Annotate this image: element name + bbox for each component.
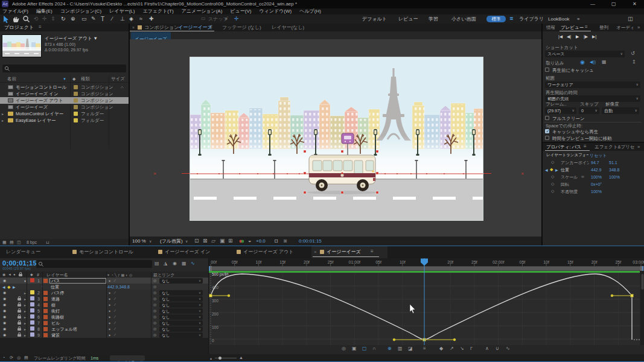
cache-before-checkbox[interactable] — [545, 68, 549, 72]
reset-shortcut-icon[interactable]: ↺ — [631, 51, 635, 56]
stopwatch-icon[interactable]: ◇ — [551, 160, 554, 164]
shortcut-dropdown[interactable]: スペース∨ — [545, 51, 625, 57]
shared-view-icon[interactable]: ⌖ — [225, 16, 228, 22]
orbit-camera-tool[interactable]: ⟲ — [34, 16, 39, 22]
layer-name[interactable]: 背景 — [51, 333, 60, 337]
viewer-tab-footage[interactable]: フッテージ (なし) — [222, 25, 261, 30]
reset-time-checkbox[interactable] — [545, 136, 549, 140]
current-timecode[interactable]: 0;00;01;15 — [2, 259, 37, 267]
view-layout-icon[interactable]: ⊞ — [228, 238, 233, 244]
prop-rotation-label[interactable]: 回転 — [561, 182, 569, 186]
composition-flowchart-icon[interactable]: ▤ — [155, 261, 159, 266]
wave-icon[interactable]: ∿ — [506, 346, 510, 351]
column-name[interactable]: 名前 — [7, 77, 16, 81]
new-folder-icon[interactable]: ▤ — [10, 240, 14, 244]
item-name[interactable]: MotionControl レイヤー — [16, 112, 63, 116]
pick-whip-icon[interactable]: ◎ — [153, 315, 156, 319]
label-color[interactable] — [74, 112, 78, 116]
stopwatch-icon[interactable]: ◇ — [551, 174, 554, 179]
lock-icon[interactable] — [18, 316, 21, 319]
eye-icon[interactable]: ◉ — [3, 303, 6, 306]
timeline-search-box[interactable] — [36, 260, 152, 268]
pick-whip-icon[interactable]: ◎ — [153, 333, 156, 337]
prop-opacity-label[interactable]: 不透明度 — [561, 189, 578, 194]
parent-dropdown[interactable]: なし∨ — [159, 320, 203, 326]
lock-icon[interactable] — [18, 334, 21, 337]
layer-name[interactable]: ビル — [51, 321, 60, 325]
column-size[interactable]: サイズ — [111, 77, 125, 81]
graph-editor-canvas[interactable]: 00f 05f 10f 15f 20f 25f 01:00f 05f 10f 2… — [209, 258, 644, 354]
prop-scale-label[interactable]: スケール — [561, 175, 578, 179]
project-row-easyease[interactable]: イージーイーズ コンポジション — [0, 104, 129, 110]
tab-comp-motioncontrol[interactable]: モーションコントロール — [79, 250, 133, 255]
new-composition-icon[interactable]: ◫ — [17, 240, 21, 244]
expand-arrow-icon[interactable]: ▸ — [24, 321, 26, 325]
graph-editor-icon[interactable]: ∿ — [191, 261, 195, 266]
panel-layout-icon[interactable]: ◫ — [628, 16, 633, 22]
prop-scale-y[interactable]: 100% — [609, 175, 620, 179]
snap-checkbox[interactable]: ▭ — [201, 16, 206, 21]
close-tab-icon[interactable]: × — [314, 250, 317, 255]
motion-blur-icon[interactable]: ✛ — [234, 16, 239, 22]
tab-info[interactable]: 情報 — [546, 25, 555, 30]
resolution-label[interactable]: (フル画質) — [160, 239, 183, 244]
item-name[interactable]: イージーイーズ イン — [16, 92, 59, 97]
menu-file[interactable]: ファイル(F) — [2, 9, 28, 14]
parent-dropdown[interactable]: なし∨ — [159, 332, 203, 338]
quality-switch[interactable]: ✦ — [108, 315, 111, 319]
stopwatch-icon[interactable]: ◇ — [551, 182, 554, 186]
eye-icon[interactable]: ◉ — [3, 321, 6, 325]
edit-selected-keyframes-icon[interactable]: ◆ — [439, 346, 443, 351]
project-search-box[interactable] — [2, 65, 126, 72]
include-audio-icon[interactable]: ◀)) — [590, 60, 596, 64]
layer-label-color[interactable] — [30, 320, 34, 325]
pick-whip-icon[interactable]: ◎ — [153, 291, 156, 294]
graph-type-icon[interactable]: ◎ — [342, 346, 346, 351]
parent-dropdown[interactable]: なし∨ — [159, 308, 203, 314]
layer-label-color[interactable] — [30, 326, 34, 331]
expand-arrow-icon[interactable]: ▸ — [24, 303, 26, 307]
quality-switch[interactable]: ✦ — [108, 291, 111, 295]
panel-menu-icon[interactable]: ≡ — [209, 25, 212, 30]
layer-row-road[interactable]: ◉ ▸ 3 道路 ✦ ∕ ◎ なし∨ — [0, 296, 208, 302]
share-preview-icon[interactable]: ↥ — [632, 60, 636, 65]
workspace-default[interactable]: デフォルト — [362, 17, 387, 22]
eye-icon[interactable]: ◉ — [3, 297, 6, 300]
resolution-dropdown[interactable]: 自動∨ — [602, 107, 639, 114]
reset-button[interactable]: リセット — [590, 153, 607, 157]
prev-keyframe-icon[interactable]: ◀ — [545, 168, 548, 172]
zoom-in-mountain-icon[interactable]: ▲ — [239, 355, 243, 360]
include-overlays-icon[interactable]: ▦ — [602, 60, 607, 65]
effects-switch[interactable]: ∕ — [115, 279, 115, 282]
lock-icon[interactable] — [18, 328, 21, 331]
prev-keyframe-icon[interactable]: ◀ — [2, 285, 5, 289]
workspace-small-screen[interactable]: 小さい画面 — [451, 17, 476, 22]
property-name[interactable]: 位置 — [51, 285, 59, 289]
panel-divider[interactable] — [541, 24, 543, 246]
layer-name[interactable]: 樹 — [51, 303, 56, 307]
menu-view[interactable]: ビュー(V) — [230, 9, 251, 14]
close-tab-icon[interactable]: × — [132, 25, 135, 30]
label-color[interactable] — [74, 98, 78, 103]
viewer-tab-layer[interactable]: レイヤー(なし) — [272, 25, 304, 30]
motion-path-left-end[interactable]: ✕ — [153, 171, 156, 176]
quality-switch[interactable]: ✦ — [108, 297, 111, 301]
viewer-timecode[interactable]: 0:00:01:15 — [299, 239, 322, 244]
tab-preview[interactable]: プレビュー — [561, 25, 584, 30]
tab-comp-easyease[interactable]: イージーイーズ — [327, 250, 361, 255]
prop-position-y[interactable]: 348.8 — [609, 168, 620, 172]
play-cached-checkbox[interactable] — [545, 129, 549, 133]
layer-row-tree[interactable]: ◉ ▸ 4 樹 ✦ ∕ ◎ なし∨ — [0, 302, 208, 308]
property-value[interactable]: 442.9,348.8 — [107, 285, 130, 289]
expand-arrow-icon[interactable]: ▸ — [24, 309, 26, 313]
tab-audio[interactable]: オーディオ — [616, 25, 633, 30]
bit-depth-label[interactable]: 8 bpc — [27, 240, 37, 244]
menu-effect[interactable]: エフェクト(T) — [142, 9, 173, 14]
mask-visibility-icon[interactable]: ⊠ — [203, 238, 208, 244]
anchor-point-tool[interactable]: ⊕ — [71, 16, 75, 22]
item-name[interactable]: EasyEase レイヤー — [16, 118, 56, 123]
dolly-camera-tool[interactable]: ⇕ — [51, 16, 56, 22]
next-frame-button[interactable]: |▶ — [584, 34, 588, 39]
project-row-easyease-out-selected[interactable]: イージーイーズ アウト コンポジション — [0, 97, 129, 104]
tab-comp-easyease-in[interactable]: イージーイーズ イン — [165, 250, 210, 255]
